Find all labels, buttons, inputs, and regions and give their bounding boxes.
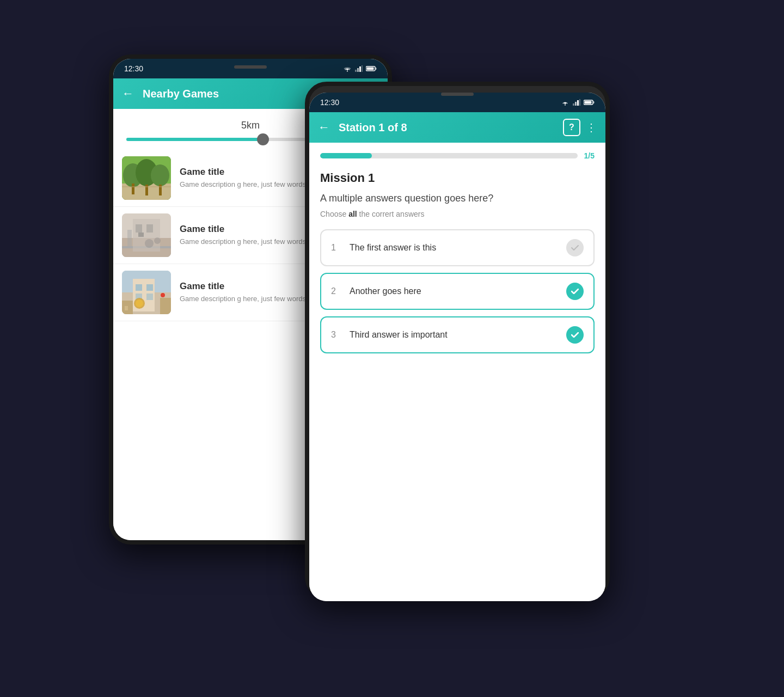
battery-icon-back [366, 65, 377, 72]
mission-question: A multiple answers question goes here? [320, 192, 595, 205]
mission-title: Mission 1 [320, 171, 595, 185]
answer-item-2[interactable]: 2 Another goes here [320, 273, 595, 310]
progress-bar-fill [320, 153, 372, 158]
svg-rect-1 [357, 68, 359, 72]
svg-rect-15 [122, 186, 171, 187]
answer-num-2: 2 [331, 286, 342, 296]
progress-label: 1/5 [584, 151, 595, 160]
svg-rect-29 [136, 284, 142, 291]
wifi-icon-back [343, 65, 352, 72]
answer-text-3: Third answer is important [350, 330, 559, 340]
svg-rect-25 [127, 230, 132, 246]
svg-rect-36 [160, 298, 171, 314]
svg-rect-22 [138, 233, 144, 237]
slider-fill [126, 138, 263, 141]
svg-rect-44 [585, 101, 592, 104]
instruction-bold: all [348, 210, 357, 218]
svg-point-34 [136, 299, 143, 307]
svg-rect-21 [146, 224, 153, 233]
help-label: ? [569, 123, 574, 132]
phone-screen-front: 12:30 [309, 93, 605, 601]
svg-rect-37 [125, 306, 128, 310]
answer-text-1: The first answer is this [350, 243, 559, 253]
status-bar-back: 12:30 [113, 59, 388, 78]
answer-text-2: Another goes here [350, 286, 559, 296]
game-thumb-3 [122, 271, 171, 314]
svg-rect-0 [355, 70, 357, 72]
svg-point-24 [154, 237, 161, 244]
street-image [122, 213, 171, 257]
game-thumb-2 [122, 213, 171, 257]
menu-dots-front[interactable]: ⋮ [586, 121, 597, 134]
progress-bar [320, 153, 578, 158]
answer-item-1[interactable]: 1 The first answer is this [320, 229, 595, 266]
signal-icon-front [573, 99, 580, 106]
app-bar-front: ← Station 1 of 8 ? ⋮ [309, 112, 605, 143]
svg-rect-41 [577, 100, 579, 106]
svg-rect-3 [362, 65, 363, 72]
game-thumb-1 [122, 156, 171, 200]
check-icon-1 [571, 245, 579, 250]
svg-rect-6 [376, 68, 377, 70]
phone-front: 12:30 [305, 82, 610, 599]
tree-image [122, 156, 171, 200]
answer-item-3[interactable]: 3 Third answer is important [320, 316, 595, 353]
svg-rect-12 [132, 184, 134, 194]
phone-speaker-front [441, 93, 474, 96]
check-icon-2 [571, 289, 579, 294]
svg-rect-39 [573, 103, 574, 106]
svg-rect-30 [146, 284, 153, 291]
mission-content: Mission 1 A multiple answers question go… [309, 164, 605, 601]
answer-check-3 [566, 326, 584, 344]
svg-point-38 [161, 293, 165, 297]
instruction-suffix: the corrert answers [357, 210, 425, 218]
instruction-prefix: Choose [320, 210, 348, 218]
app-bar-title-front: Station 1 of 8 [339, 121, 563, 134]
battery-icon-front [584, 99, 595, 106]
answer-check-1 [566, 239, 584, 256]
status-icons-back [343, 65, 377, 72]
svg-point-23 [145, 239, 154, 248]
svg-rect-5 [367, 68, 374, 70]
slider-label: 5km [241, 120, 260, 131]
check-icon-3 [571, 332, 579, 338]
svg-rect-45 [593, 101, 595, 103]
status-time-front: 12:30 [320, 98, 339, 107]
svg-rect-20 [136, 224, 142, 233]
answer-num-1: 1 [331, 243, 342, 253]
status-time-back: 12:30 [124, 64, 143, 73]
help-button[interactable]: ? [563, 119, 580, 136]
svg-point-11 [151, 164, 169, 186]
building-image [122, 271, 171, 314]
svg-rect-32 [146, 294, 153, 300]
answer-num-3: 3 [331, 330, 342, 340]
svg-rect-42 [579, 99, 580, 106]
phone-speaker-back [234, 65, 267, 69]
progress-section: 1/5 [309, 143, 605, 164]
svg-rect-40 [575, 102, 577, 106]
signal-icon-back [355, 65, 363, 72]
mission-instruction: Choose all the corrert answers [320, 210, 595, 218]
answer-list: 1 The first answer is this 2 Another goe… [320, 229, 595, 353]
status-icons-front [561, 99, 595, 106]
station-content: 1/5 Mission 1 A multiple answers questio… [309, 143, 605, 601]
back-button-front[interactable]: ← [318, 120, 330, 134]
wifi-icon-front [561, 99, 569, 106]
answer-check-2 [566, 283, 584, 300]
slider-thumb[interactable] [257, 133, 269, 145]
back-button-back[interactable]: ← [122, 87, 134, 101]
svg-rect-2 [359, 66, 361, 72]
